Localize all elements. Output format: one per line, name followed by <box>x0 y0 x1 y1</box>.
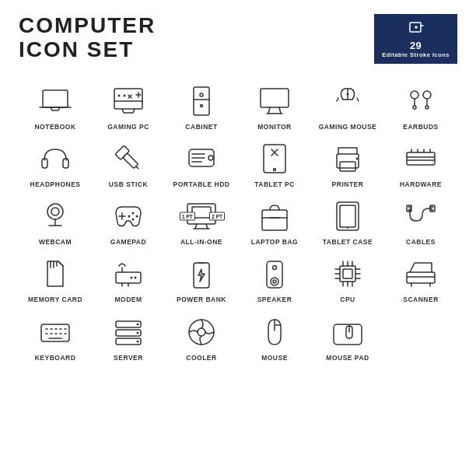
monitor-label: MONITOR <box>257 123 291 131</box>
svg-point-21 <box>347 93 349 95</box>
svg-point-58 <box>132 219 135 221</box>
tablet-pc-icon <box>254 138 295 179</box>
svg-point-34 <box>208 156 213 160</box>
modem-icon <box>108 254 149 294</box>
svg-point-13 <box>200 93 203 96</box>
usb-stick-icon <box>108 138 149 179</box>
icon-cell-portable-hdd: PORTABLE HDD <box>165 135 238 190</box>
tablet-pc-label: TABLET PC <box>254 180 295 188</box>
svg-point-84 <box>135 277 137 279</box>
svg-rect-69 <box>340 205 355 227</box>
svg-rect-94 <box>343 269 352 278</box>
icon-cell-mouse: MOUSE <box>238 309 311 363</box>
keyboard-label: KEYBOARD <box>35 354 76 362</box>
headphones-icon <box>35 138 75 179</box>
icon-cell-speaker: SPEAKER <box>238 250 311 305</box>
badge-count: 29 Editable Stroke Icons <box>382 40 450 59</box>
svg-point-57 <box>136 215 138 218</box>
badge: 29 Editable Stroke Icons <box>374 14 457 64</box>
icon-cell-mouse-pad: MOUSE PAD <box>311 309 384 363</box>
cpu-label: CPU <box>340 296 355 303</box>
icon-cell-monitor: MONITOR <box>238 78 311 132</box>
mouse-icon <box>254 312 295 352</box>
svg-line-18 <box>279 107 281 114</box>
gaming-pc-label: GAMING PC <box>107 123 149 131</box>
headphones-label: HEADPHONES <box>30 180 81 188</box>
icon-cell-tablet-pc: TABLET PC <box>238 135 311 190</box>
svg-rect-81 <box>116 272 141 283</box>
notebook-label: NOTEBOOK <box>34 123 75 131</box>
page: COMPUTER ICON SET 29 Editable Stroke Ico… <box>0 0 476 476</box>
hardware-icon <box>401 138 441 179</box>
icon-cell-tablet-case: TABLET CASE <box>311 193 384 247</box>
svg-point-51 <box>51 208 59 215</box>
gaming-mouse-icon <box>327 81 368 121</box>
icon-cell-all-in-one: 1 PT 2 PT ALL-IN-ONE <box>165 193 238 247</box>
cooler-icon <box>181 312 222 352</box>
modem-label: MODEM <box>114 296 142 303</box>
svg-point-59 <box>128 215 131 218</box>
cables-icon <box>401 196 441 236</box>
icon-cell-gamepad: GAMEPAD <box>92 193 165 247</box>
svg-rect-12 <box>194 87 209 115</box>
svg-line-61 <box>195 224 197 229</box>
power-bank-label: POWER BANK <box>177 296 226 303</box>
gamepad-icon <box>108 196 149 236</box>
speaker-label: SPEAKER <box>257 296 292 303</box>
pt-label-right: 2 PT <box>209 212 225 221</box>
icons-grid: NOTEBOOK GAMING PC CABINET MONITOR GAMIN <box>19 78 457 363</box>
cabinet-label: CABINET <box>185 123 217 131</box>
icon-cell-earbuds: EARBUDS <box>384 78 457 132</box>
icon-cell-scanner: SCANNER <box>384 250 457 305</box>
svg-point-6 <box>118 94 121 96</box>
mouse-pad-icon <box>327 312 368 352</box>
icon-cell-usb-stick: USB STICK <box>92 135 165 190</box>
badge-icon <box>382 19 450 38</box>
svg-line-17 <box>268 107 270 114</box>
scanner-icon <box>401 254 441 294</box>
all-in-one-label: ALL-IN-ONE <box>180 238 222 246</box>
svg-point-22 <box>411 91 418 99</box>
icon-cell-laptop-bag: LAPTOP BAG <box>238 193 311 247</box>
svg-line-62 <box>206 224 208 229</box>
svg-point-42 <box>356 157 359 159</box>
mouse-pad-label: MOUSE PAD <box>326 354 369 362</box>
mouse-label: MOUSE <box>261 354 288 362</box>
printer-label: PRINTER <box>332 180 364 188</box>
earbuds-icon <box>401 81 441 121</box>
printer-icon <box>327 138 368 179</box>
icon-cell-memory-card: MEMORY CARD <box>19 250 92 305</box>
gaming-pc-icon <box>108 81 149 121</box>
icon-cell-power-bank: POWER BANK <box>165 250 238 305</box>
icon-cell-cooler: COOLER <box>165 309 238 363</box>
svg-point-129 <box>189 320 214 345</box>
svg-rect-41 <box>340 162 355 171</box>
svg-line-32 <box>136 166 138 169</box>
svg-rect-43 <box>407 152 435 165</box>
svg-point-23 <box>423 91 431 99</box>
svg-rect-75 <box>407 205 411 212</box>
svg-rect-3 <box>43 90 68 107</box>
icon-cell-keyboard: KEYBOARD <box>19 309 92 363</box>
svg-point-90 <box>271 278 278 285</box>
power-bank-icon <box>181 254 222 294</box>
icon-cell-modem: MODEM <box>92 250 165 305</box>
svg-rect-30 <box>115 145 129 159</box>
server-icon <box>108 312 149 352</box>
scanner-label: SCANNER <box>403 296 439 303</box>
page-title: COMPUTER ICON SET <box>19 14 156 62</box>
monitor-icon <box>254 81 295 121</box>
svg-point-27 <box>425 106 429 109</box>
icon-cell-notebook: NOTEBOOK <box>19 78 92 132</box>
cabinet-icon <box>181 81 222 121</box>
portable-hdd-label: PORTABLE HDD <box>173 180 230 188</box>
icon-cell-gaming-mouse: GAMING MOUSE <box>311 78 384 132</box>
svg-point-50 <box>47 204 63 219</box>
earbuds-label: EARBUDS <box>403 123 439 131</box>
icon-cell-cables: CABLES <box>384 193 457 247</box>
tablet-case-label: TABLET CASE <box>323 238 373 246</box>
svg-rect-107 <box>407 272 435 283</box>
laptop-bag-label: LAPTOP BAG <box>251 238 298 246</box>
icon-cell-printer: PRINTER <box>311 135 384 190</box>
svg-rect-16 <box>261 89 289 107</box>
